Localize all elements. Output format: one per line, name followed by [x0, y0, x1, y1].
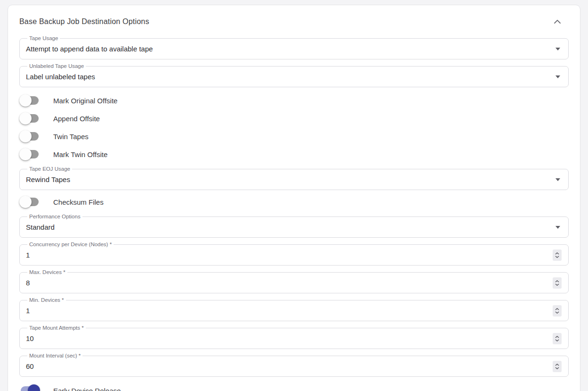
toggle-thumb: [28, 384, 40, 391]
toggle-row-append-offsite: Append Offsite: [19, 112, 569, 125]
select-performance-options[interactable]: Performance Options Standard: [19, 214, 569, 238]
toggle-label: Early Device Release: [53, 387, 121, 391]
number-spinner[interactable]: [553, 361, 562, 372]
toggle-row-early-device-release: Early Device Release: [19, 384, 569, 391]
number-spinner[interactable]: [553, 277, 562, 289]
checksum-files-toggle[interactable]: [19, 196, 40, 208]
field-label: Max. Devices *: [27, 269, 67, 275]
toggle-row-twin-tapes: Twin Tapes: [19, 130, 569, 142]
destination-options-panel: Base Backup Job Destination Options Tape…: [8, 5, 580, 391]
toggle-row-mark-twin-offsite: Mark Twin Offsite: [19, 148, 569, 160]
field-label: Mount Interval (sec) *: [27, 353, 82, 359]
field-label: Tape EOJ Usage: [27, 166, 72, 172]
page: Base Backup Job Destination Options Tape…: [0, 0, 588, 391]
field-tape-mount-attempts: Tape Mount Attempts *: [19, 325, 569, 349]
select-tape-usage[interactable]: Tape Usage Attempt to append data to ava…: [19, 35, 569, 59]
toggle-row-mark-original-offsite: Mark Original Offsite: [19, 94, 569, 107]
toggle-label: Mark Original Offsite: [53, 97, 117, 105]
select-unlabeled-tape-usage[interactable]: Unlabeled Tape Usage Label unlabeled tap…: [19, 63, 569, 87]
chevron-up-icon: [554, 19, 561, 26]
toggle-label: Checksum Files: [53, 198, 104, 206]
concurrency-per-device-input[interactable]: [26, 251, 553, 259]
field-min-devices: Min. Devices *: [19, 297, 569, 321]
field-concurrency-per-device: Concurrency per Device (Nodes) *: [19, 241, 569, 266]
mark-twin-offsite-toggle[interactable]: [19, 148, 40, 160]
caret-down-icon: [555, 75, 560, 78]
number-spinner[interactable]: [553, 250, 562, 261]
twin-tapes-toggle[interactable]: [19, 130, 40, 142]
mark-original-offsite-toggle[interactable]: [19, 94, 40, 107]
field-mount-interval: Mount Interval (sec) *: [19, 353, 569, 377]
field-label: Tape Mount Attempts *: [27, 325, 86, 331]
min-devices-input[interactable]: [26, 307, 553, 315]
mount-interval-input[interactable]: [26, 362, 553, 370]
caret-down-icon: [555, 178, 560, 181]
toggle-thumb: [19, 94, 32, 107]
caret-down-icon: [555, 226, 560, 229]
field-value: Standard: [26, 223, 55, 231]
select-tape-eoj-usage[interactable]: Tape EOJ Usage Rewind Tapes: [19, 166, 569, 190]
number-spinner[interactable]: [553, 333, 562, 344]
tape-mount-attempts-input[interactable]: [26, 334, 553, 342]
append-offsite-toggle[interactable]: [19, 112, 40, 125]
toggle-thumb: [19, 130, 32, 142]
field-label: Unlabeled Tape Usage: [27, 63, 86, 69]
field-label: Min. Devices *: [27, 297, 66, 303]
field-value: Attempt to append data to available tape: [26, 45, 153, 53]
toggle-thumb: [19, 196, 32, 208]
field-label: Concurrency per Device (Nodes) *: [27, 241, 114, 248]
field-value: Label unlabeled tapes: [26, 73, 95, 81]
caret-down-icon: [555, 48, 560, 50]
number-spinner[interactable]: [553, 305, 562, 316]
collapse-panel-button[interactable]: [553, 18, 562, 25]
toggle-label: Append Offsite: [53, 115, 100, 123]
field-max-devices: Max. Devices *: [19, 269, 569, 293]
toggle-thumb: [19, 112, 32, 125]
field-label: Tape Usage: [27, 35, 60, 42]
field-value: Rewind Tapes: [26, 175, 70, 183]
max-devices-input[interactable]: [26, 279, 553, 287]
toggle-thumb: [19, 148, 32, 160]
panel-header: Base Backup Job Destination Options: [19, 17, 569, 26]
toggle-label: Mark Twin Offsite: [53, 150, 107, 158]
panel-title: Base Backup Job Destination Options: [19, 17, 149, 26]
toggle-row-checksum-files: Checksum Files: [19, 196, 569, 208]
toggle-label: Twin Tapes: [53, 133, 89, 141]
field-label: Performance Options: [27, 214, 82, 220]
early-device-release-toggle[interactable]: [19, 384, 40, 391]
